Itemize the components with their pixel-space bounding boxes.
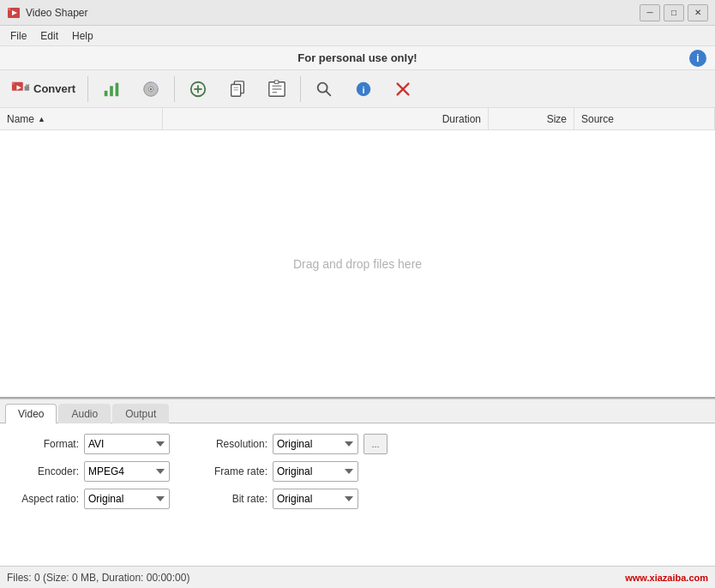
copy-button[interactable]	[219, 73, 256, 105]
aspect-ratio-row: Aspect ratio: Original 4:3 16:9	[17, 489, 206, 509]
search-button[interactable]	[305, 73, 343, 105]
svg-rect-8	[110, 86, 113, 96]
toolbar: Convert	[0, 70, 715, 108]
convert-label: Convert	[33, 82, 75, 95]
settings-panel: Format: AVI MP4 MKV MOV WMV Encoder: MPE…	[0, 423, 715, 566]
window-title: Video Shaper	[26, 7, 640, 19]
svg-rect-7	[105, 90, 108, 95]
svg-point-12	[150, 87, 153, 90]
info-button[interactable]: i	[689, 50, 706, 67]
disc-button[interactable]	[132, 73, 170, 105]
aspect-ratio-select[interactable]: Original 4:3 16:9	[84, 489, 170, 509]
window-controls: ─ □ ✕	[640, 4, 708, 21]
stats-icon	[102, 80, 121, 99]
menu-help[interactable]: Help	[65, 28, 100, 44]
status-text: Files: 0 (Size: 0 MB, Duration: 00:00:00…	[7, 572, 189, 584]
col-header-name[interactable]: Name ▲	[0, 108, 163, 129]
file-list-body[interactable]: Drag and drop files here	[0, 130, 715, 397]
drop-text: Drag and drop files here	[293, 257, 422, 271]
convert-icon	[11, 80, 30, 99]
watermark: www.xiazaiba.com	[625, 573, 708, 583]
format-select[interactable]: AVI MP4 MKV MOV WMV	[84, 434, 170, 454]
svg-rect-9	[116, 82, 119, 96]
toolbar-separator-1	[87, 76, 88, 102]
svg-marker-24	[274, 80, 279, 83]
svg-rect-4	[12, 81, 15, 84]
search-icon	[315, 80, 333, 99]
copy-icon	[228, 80, 247, 99]
close-button[interactable]: ✕	[688, 4, 708, 21]
resolution-select[interactable]: Original 1920x1080 1280x720	[273, 434, 358, 454]
disc-icon	[141, 80, 160, 99]
resolution-row: Resolution: Original 1920x1080 1280x720 …	[206, 434, 698, 454]
minimize-button[interactable]: ─	[640, 4, 660, 21]
resolution-label: Resolution:	[206, 438, 267, 450]
svg-line-26	[326, 91, 330, 95]
col-header-duration[interactable]: Duration	[163, 108, 489, 129]
add-file-button[interactable]	[179, 73, 217, 105]
maximize-button[interactable]: □	[664, 4, 684, 21]
frame-rate-label: Frame rate:	[206, 465, 267, 477]
add-icon	[189, 80, 207, 99]
col-header-size[interactable]: Size	[489, 108, 574, 129]
settings-right: Resolution: Original 1920x1080 1280x720 …	[206, 434, 698, 555]
encoder-label: Encoder:	[17, 465, 79, 477]
status-bar: Files: 0 (Size: 0 MB, Duration: 00:00:00…	[0, 566, 715, 588]
tab-audio[interactable]: Audio	[58, 404, 111, 423]
file-list-header: Name ▲ Duration Size Source	[0, 108, 715, 130]
info-button-toolbar[interactable]: i	[345, 73, 382, 105]
menu-edit[interactable]: Edit	[33, 28, 65, 44]
tab-bar: Video Audio Output	[0, 399, 715, 423]
aspect-ratio-label: Aspect ratio:	[17, 493, 79, 505]
resolution-more-button[interactable]: ...	[364, 434, 388, 454]
col-header-source[interactable]: Source	[574, 108, 715, 129]
stats-button[interactable]	[93, 73, 130, 105]
bit-rate-row: Bit rate: Original 1000k 2000k 4000k	[206, 489, 698, 509]
svg-text:i: i	[363, 84, 365, 94]
file-list-container: Name ▲ Duration Size Source Drag and dro…	[0, 108, 715, 399]
remove-button[interactable]	[384, 73, 422, 105]
info-icon: i	[354, 80, 373, 99]
tab-video[interactable]: Video	[5, 404, 57, 423]
menu-bar: File Edit Help	[0, 26, 715, 46]
app-icon	[7, 6, 21, 20]
list-icon	[267, 80, 286, 99]
bit-rate-select[interactable]: Original 1000k 2000k 4000k	[273, 489, 358, 509]
banner-text: For personal use only!	[297, 51, 417, 64]
tab-output[interactable]: Output	[112, 404, 169, 423]
frame-rate-select[interactable]: Original 24 30 60	[273, 461, 358, 482]
toolbar-separator-3	[300, 76, 301, 102]
encoder-row: Encoder: MPEG4 H.264 H.265	[17, 461, 206, 482]
svg-rect-2	[8, 8, 10, 10]
remove-icon	[394, 80, 412, 99]
encoder-select[interactable]: MPEG4 H.264 H.265	[84, 461, 170, 482]
bit-rate-label: Bit rate:	[206, 493, 267, 505]
title-bar: Video Shaper ─ □ ✕	[0, 0, 715, 26]
svg-rect-6	[25, 86, 30, 91]
format-label: Format:	[17, 438, 79, 450]
bottom-panel: Video Audio Output Format: AVI MP4 MKV M…	[0, 399, 715, 566]
banner: For personal use only! i	[0, 46, 715, 70]
list-button[interactable]	[258, 73, 296, 105]
frame-rate-row: Frame rate: Original 24 30 60	[206, 461, 698, 482]
convert-button[interactable]: Convert	[3, 73, 83, 105]
settings-left: Format: AVI MP4 MKV MOV WMV Encoder: MPE…	[17, 434, 206, 555]
menu-file[interactable]: File	[3, 28, 33, 44]
format-row: Format: AVI MP4 MKV MOV WMV	[17, 434, 206, 454]
toolbar-separator-2	[174, 76, 175, 102]
